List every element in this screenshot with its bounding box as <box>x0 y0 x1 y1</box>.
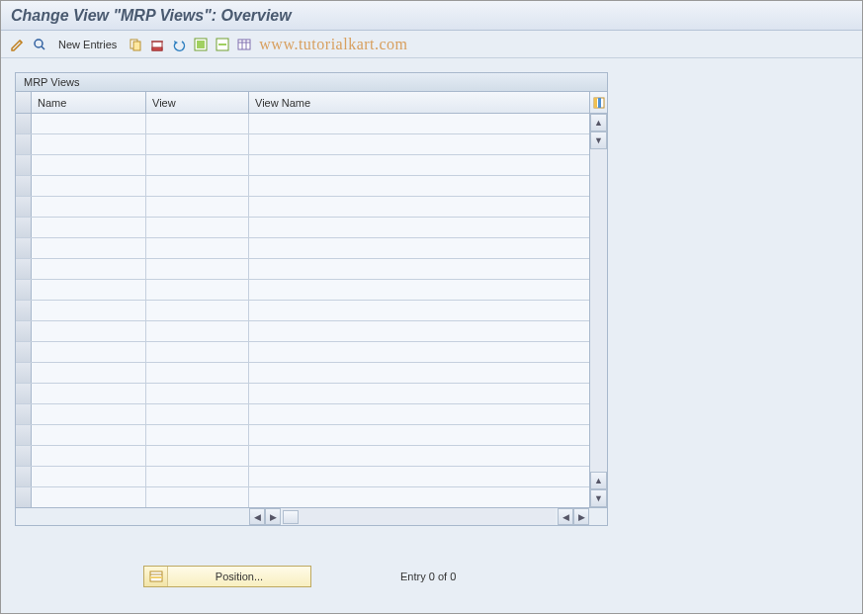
cell-viewname[interactable] <box>249 218 589 237</box>
row-selector[interactable] <box>16 467 32 486</box>
row-selector[interactable] <box>16 218 32 237</box>
cell-viewname[interactable] <box>249 487 589 507</box>
cell-name[interactable] <box>32 238 146 258</box>
table-row[interactable] <box>16 363 589 384</box>
cell-name[interactable] <box>32 425 146 445</box>
scroll-right-icon[interactable]: ▶ <box>265 508 281 525</box>
row-selector[interactable] <box>16 342 32 362</box>
configure-columns-icon[interactable] <box>590 92 607 114</box>
cell-view[interactable] <box>146 301 249 320</box>
table-row[interactable] <box>16 487 589 507</box>
scroll-left-icon[interactable]: ◀ <box>249 508 265 525</box>
column-header-view[interactable]: View <box>146 92 249 113</box>
cell-view[interactable] <box>146 321 249 341</box>
row-selector[interactable] <box>16 114 32 133</box>
cell-view[interactable] <box>146 467 249 486</box>
cell-view[interactable] <box>146 238 249 258</box>
cell-viewname[interactable] <box>249 155 589 175</box>
cell-viewname[interactable] <box>249 197 589 217</box>
row-selector[interactable] <box>16 155 32 175</box>
cell-name[interactable] <box>32 404 146 424</box>
column-header-viewname[interactable]: View Name <box>249 92 589 113</box>
table-row[interactable] <box>16 197 589 218</box>
cell-name[interactable] <box>32 446 146 466</box>
cell-name[interactable] <box>32 176 146 196</box>
scroll-down-bottom-icon[interactable]: ▼ <box>590 489 607 507</box>
row-selector[interactable] <box>16 487 32 507</box>
table-row[interactable] <box>16 114 589 134</box>
cell-name[interactable] <box>32 342 146 362</box>
scroll-up-icon[interactable]: ▲ <box>590 114 607 132</box>
cell-view[interactable] <box>146 197 249 217</box>
table-row[interactable] <box>16 155 589 176</box>
cell-name[interactable] <box>32 363 146 383</box>
copy-icon[interactable] <box>127 36 144 53</box>
hscroll-track[interactable] <box>283 508 556 525</box>
table-row[interactable] <box>16 404 589 425</box>
toggle-edit-icon[interactable] <box>9 36 27 53</box>
cell-view[interactable] <box>146 446 249 466</box>
cell-view[interactable] <box>146 114 249 133</box>
table-row[interactable] <box>16 342 589 363</box>
row-selector[interactable] <box>16 259 32 279</box>
cell-view[interactable] <box>146 155 249 175</box>
scroll-down-icon[interactable]: ▼ <box>590 132 607 149</box>
cell-viewname[interactable] <box>249 176 589 196</box>
row-selector[interactable] <box>16 404 32 424</box>
cell-name[interactable] <box>32 384 146 403</box>
table-row[interactable] <box>16 446 589 467</box>
row-selector[interactable] <box>16 197 32 217</box>
cell-viewname[interactable] <box>249 425 589 445</box>
cell-viewname[interactable] <box>249 363 589 383</box>
row-selector[interactable] <box>16 446 32 466</box>
scroll-right-end-icon[interactable]: ▶ <box>573 508 589 525</box>
table-row[interactable] <box>16 301 589 321</box>
cell-name[interactable] <box>32 467 146 486</box>
hscroll-thumb[interactable] <box>283 510 299 524</box>
row-selector[interactable] <box>16 176 32 196</box>
cell-viewname[interactable] <box>249 134 589 154</box>
cell-view[interactable] <box>146 176 249 196</box>
undo-icon[interactable] <box>170 36 188 53</box>
table-row[interactable] <box>16 259 589 280</box>
row-selector[interactable] <box>16 321 32 341</box>
cell-name[interactable] <box>32 197 146 217</box>
cell-view[interactable] <box>146 487 249 507</box>
cell-view[interactable] <box>146 280 249 300</box>
cell-name[interactable] <box>32 218 146 237</box>
vertical-scrollbar[interactable]: ▲ ▼ ▲ ▼ <box>589 92 607 507</box>
cell-name[interactable] <box>32 155 146 175</box>
cell-viewname[interactable] <box>249 467 589 486</box>
cell-name[interactable] <box>32 134 146 154</box>
scroll-left-end-icon[interactable]: ◀ <box>558 508 573 525</box>
scroll-up-bottom-icon[interactable]: ▲ <box>590 472 607 489</box>
cell-viewname[interactable] <box>249 301 589 320</box>
select-all-icon[interactable] <box>192 36 210 53</box>
cell-name[interactable] <box>32 321 146 341</box>
cell-viewname[interactable] <box>249 238 589 258</box>
table-row[interactable] <box>16 134 589 155</box>
cell-viewname[interactable] <box>249 404 589 424</box>
column-header-name[interactable]: Name <box>32 92 146 113</box>
row-selector[interactable] <box>16 384 32 403</box>
table-row[interactable] <box>16 280 589 301</box>
cell-viewname[interactable] <box>249 321 589 341</box>
horizontal-scrollbar[interactable]: ◀ ▶ ◀ ▶ <box>16 507 607 525</box>
row-selector[interactable] <box>16 238 32 258</box>
table-row[interactable] <box>16 218 589 238</box>
table-row[interactable] <box>16 384 589 404</box>
table-row[interactable] <box>16 467 589 487</box>
table-row[interactable] <box>16 238 589 259</box>
cell-viewname[interactable] <box>249 114 589 133</box>
new-entries-button[interactable]: New Entries <box>52 37 123 52</box>
cell-name[interactable] <box>32 259 146 279</box>
scroll-track[interactable] <box>590 149 607 472</box>
table-row[interactable] <box>16 321 589 342</box>
delete-icon[interactable] <box>148 36 166 53</box>
column-selector-header[interactable] <box>16 92 32 113</box>
table-settings-icon[interactable] <box>235 36 253 53</box>
cell-viewname[interactable] <box>249 384 589 403</box>
cell-name[interactable] <box>32 114 146 133</box>
details-icon[interactable] <box>31 36 48 53</box>
row-selector[interactable] <box>16 425 32 445</box>
